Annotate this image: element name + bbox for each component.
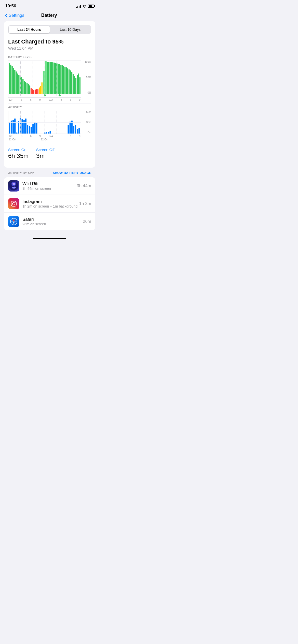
wildrift-info: Wild Rift 3h 44m on screen	[22, 181, 77, 191]
status-bar: 10:56	[0, 0, 99, 11]
svg-rect-56	[16, 133, 17, 134]
activity-chart	[8, 111, 81, 134]
svg-rect-2	[11, 66, 12, 94]
svg-rect-36	[59, 64, 60, 94]
battery-level-label: BATTERY LEVEL	[8, 55, 91, 58]
svg-point-82	[13, 183, 15, 184]
svg-rect-20	[36, 89, 37, 94]
svg-rect-39	[63, 66, 64, 94]
activity-y-60: 60m	[86, 111, 91, 113]
svg-rect-44	[70, 70, 71, 94]
svg-rect-53	[11, 121, 12, 134]
screen-on-label: Screen On	[8, 148, 29, 152]
svg-rect-19	[35, 90, 36, 94]
activity-y-30: 30m	[86, 121, 91, 124]
screen-stats: Screen On 6h 35m Screen Off 3m	[8, 145, 91, 159]
instagram-detail: 1h 2m on screen – 1m background	[22, 204, 79, 208]
page-title: Battery	[41, 13, 57, 18]
show-battery-usage-button[interactable]: SHOW BATTERY USAGE	[53, 171, 91, 175]
safari-detail: 26m on screen	[22, 222, 83, 226]
svg-rect-43	[69, 69, 70, 94]
svg-rect-13	[26, 83, 28, 94]
svg-rect-10	[22, 79, 23, 94]
wildrift-name: Wild Rift	[22, 181, 77, 186]
svg-rect-11	[24, 81, 25, 94]
svg-rect-6	[17, 74, 18, 94]
svg-rect-57	[18, 121, 19, 134]
svg-rect-24	[42, 82, 43, 94]
svg-rect-75	[73, 126, 74, 134]
activity-label: ACTIVITY	[8, 106, 91, 109]
svg-rect-70	[48, 132, 49, 134]
app-item-wildrift[interactable]: Wild Rift 3h 44m on screen 3h 44m	[4, 177, 95, 195]
battery-y-0: 0%	[88, 91, 91, 94]
safari-name: Safari	[22, 217, 83, 222]
svg-rect-27	[47, 62, 48, 94]
svg-rect-74	[71, 121, 73, 134]
svg-rect-1	[10, 65, 11, 94]
battery-level-chart	[8, 61, 81, 94]
svg-rect-41	[66, 67, 67, 94]
app-item-instagram[interactable]: Instagram 1h 2m on screen – 1m backgroun…	[4, 195, 95, 213]
activity-by-app-header: ACTIVITY BY APP SHOW BATTERY USAGE	[4, 168, 95, 177]
svg-rect-59	[21, 119, 23, 134]
main-content: Last 24 Hours Last 10 Days Last Charged …	[0, 21, 99, 235]
svg-rect-66	[34, 122, 35, 134]
svg-rect-47	[74, 76, 75, 94]
app-item-safari[interactable]: Safari 26m on screen 26m	[4, 213, 95, 230]
nav-bar: Settings Battery	[0, 11, 99, 21]
screen-off-value: 3m	[36, 152, 54, 159]
charge-dot-1	[44, 94, 46, 96]
segment-10d[interactable]: Last 10 Days	[50, 26, 91, 33]
svg-rect-64	[31, 127, 32, 134]
battery-chart-area	[8, 61, 81, 98]
back-button[interactable]: Settings	[5, 13, 24, 18]
svg-rect-63	[29, 126, 30, 134]
wildrift-time: 3h 44m	[77, 183, 91, 188]
svg-point-84	[12, 202, 15, 205]
svg-rect-77	[77, 129, 78, 134]
svg-rect-61	[25, 119, 26, 134]
instagram-time: 1h 3m	[79, 201, 91, 206]
svg-rect-4	[14, 70, 15, 94]
svg-rect-30	[51, 62, 52, 94]
svg-rect-7	[18, 75, 19, 94]
svg-rect-12	[25, 82, 26, 94]
status-time: 10:56	[5, 4, 16, 9]
svg-rect-38	[62, 65, 63, 94]
wildrift-detail: 3h 44m on screen	[22, 186, 77, 191]
screen-off-label: Screen Off	[36, 148, 54, 152]
svg-rect-67	[36, 123, 37, 134]
svg-rect-46	[73, 74, 74, 94]
battery-chart-container: 100% 50% 0%	[8, 61, 91, 101]
segment-control[interactable]: Last 24 Hours Last 10 Days	[8, 25, 91, 34]
svg-rect-62	[27, 125, 28, 134]
instagram-name: Instagram	[22, 199, 79, 204]
svg-rect-72	[68, 125, 69, 134]
svg-rect-69	[46, 132, 47, 134]
svg-rect-54	[12, 120, 14, 134]
screen-on-value: 6h 35m	[8, 152, 29, 159]
svg-rect-73	[70, 122, 71, 134]
svg-rect-21	[37, 89, 38, 94]
svg-rect-65	[32, 124, 34, 134]
svg-rect-33	[55, 63, 56, 94]
svg-rect-40	[64, 67, 65, 94]
svg-rect-17	[32, 89, 33, 94]
svg-rect-14	[28, 84, 29, 94]
svg-rect-23	[40, 86, 41, 94]
status-icons	[76, 4, 94, 8]
svg-rect-25	[43, 71, 45, 94]
svg-rect-8	[20, 76, 21, 94]
safari-icon	[8, 216, 19, 227]
app-list: Wild Rift 3h 44m on screen 3h 44m Instag…	[4, 177, 95, 230]
activity-x-labels: 12P 3 6 9 12A 3 6 9	[8, 134, 81, 138]
activity-by-app-label: ACTIVITY BY APP	[8, 171, 34, 174]
svg-rect-71	[50, 131, 51, 134]
svg-rect-78	[78, 128, 80, 134]
chevron-left-icon	[5, 13, 8, 18]
svg-rect-35	[58, 64, 59, 94]
svg-rect-15	[29, 85, 30, 94]
segment-24h[interactable]: Last 24 Hours	[9, 26, 50, 33]
instagram-info: Instagram 1h 2m on screen – 1m backgroun…	[22, 199, 79, 208]
